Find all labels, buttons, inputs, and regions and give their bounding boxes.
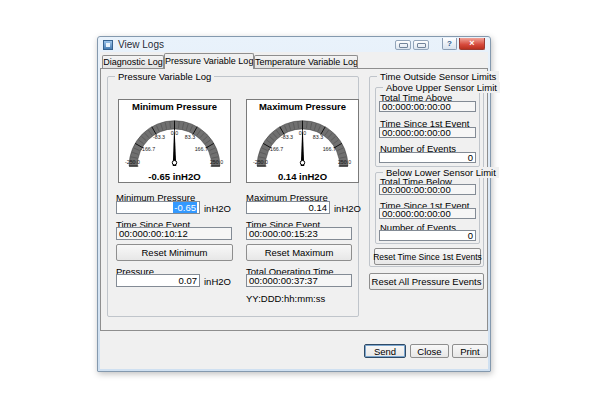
maximum-pressure-field[interactable]: 0.14 <box>246 201 330 214</box>
view-logs-window: View Logs ? × Diagnostic Log Pressure Va… <box>97 36 491 372</box>
print-button[interactable]: Print <box>452 344 488 358</box>
group-title: Time Outside Sensor Limits <box>377 71 499 82</box>
svg-text:83.3: 83.3 <box>185 134 195 140</box>
gauge-value: -0.65 inH2O <box>119 171 230 182</box>
gauge-value: 0.14 inH2O <box>247 171 358 182</box>
titlebar[interactable]: View Logs ? × <box>99 38 489 52</box>
app-icon <box>103 40 113 50</box>
pressure-variable-log-page: Pressure Variable Log Minimum Pressure -… <box>100 68 488 331</box>
above-time-since-1st-event-field[interactable]: 00:000:00:00:00 <box>379 127 476 138</box>
below-lower-sensor-limit-group: Below Lower Sensor Limit Total Time Belo… <box>375 172 480 244</box>
reset-minimum-button[interactable]: Reset Minimum <box>116 244 233 261</box>
svg-text:83.3: 83.3 <box>313 134 323 140</box>
minimum-pressure-field[interactable]: -0.65 <box>116 201 200 214</box>
pressure-variable-log-group: Pressure Variable Log Minimum Pressure -… <box>107 76 359 317</box>
total-operating-time-field[interactable]: 00:000:00:37:37 <box>246 274 352 287</box>
gauge-dial: -250.0-166.7-83.30.083.3166.7250.0 <box>247 111 358 169</box>
help-button[interactable]: ? <box>442 38 457 50</box>
gauge-dial: -250.0-166.7-83.30.083.3166.7250.0 <box>119 111 230 169</box>
tab-temperature-variable-log[interactable]: Temperature Variable Log <box>254 55 358 68</box>
close-dialog-button[interactable]: Close <box>410 344 449 358</box>
below-time-since-1st-event-field[interactable]: 00:000:00:00:00 <box>379 208 476 219</box>
time-value: 00:000:00:00:00 <box>382 184 451 195</box>
unit-label: inH2O <box>334 203 361 214</box>
maximum-pressure-gauge: Maximum Pressure -250.0-166.7-83.30.083.… <box>246 99 359 183</box>
unit-label: inH2O <box>204 276 231 287</box>
svg-text:-83.3: -83.3 <box>153 134 165 140</box>
window-glyph-icon <box>417 43 426 48</box>
svg-text:-166.7: -166.7 <box>140 146 155 152</box>
svg-text:-250.0: -250.0 <box>253 159 268 165</box>
svg-text:166.7: 166.7 <box>323 146 336 152</box>
total-time-above-field[interactable]: 00:000:00:00:00 <box>379 101 476 112</box>
total-time-below-field[interactable]: 00:000:00:00:00 <box>379 184 476 195</box>
group-title: Pressure Variable Log <box>115 71 214 82</box>
tab-diagnostic-log[interactable]: Diagnostic Log <box>102 55 164 68</box>
titlebar-tool-button-2[interactable] <box>413 40 429 50</box>
svg-text:-250.0: -250.0 <box>125 159 140 165</box>
time-value: 00:000:00:37:37 <box>249 275 318 286</box>
window-title: View Logs <box>118 39 164 50</box>
above-upper-sensor-limit-group: Above Upper Sensor Limit Total Time Abov… <box>375 87 480 167</box>
time-value: 00:000:00:00:00 <box>382 127 451 138</box>
time-outside-sensor-limits-group: Time Outside Sensor Limits Above Upper S… <box>369 76 484 267</box>
desktop: View Logs ? × Diagnostic Log Pressure Va… <box>0 0 600 400</box>
reset-maximum-button[interactable]: Reset Maximum <box>246 244 352 261</box>
time-value: 00:000:00:15:23 <box>249 228 318 239</box>
pressure-field[interactable]: 0.07 <box>116 274 200 287</box>
value: 0.14 <box>309 202 328 213</box>
count-value: 0 <box>468 152 473 163</box>
max-time-since-event-field[interactable]: 00:000:00:15:23 <box>246 227 352 240</box>
tab-pressure-variable-log[interactable]: Pressure Variable Log <box>164 53 254 69</box>
selected-value: -0.65 <box>173 202 197 213</box>
dialog-client-area: Diagnostic Log Pressure Variable Log Tem… <box>100 52 488 369</box>
close-button[interactable]: × <box>459 38 485 50</box>
min-time-since-event-field[interactable]: 00:000:00:10:12 <box>116 227 232 240</box>
reset-all-pressure-events-button[interactable]: Reset All Pressure Events <box>369 273 484 290</box>
time-value: 00:000:00:10:12 <box>119 228 188 239</box>
below-number-of-events-field[interactable]: 0 <box>379 230 476 241</box>
above-number-of-events-field[interactable]: 0 <box>379 152 476 163</box>
minimum-pressure-gauge: Minimum Pressure -250.0-166.7-83.30.083.… <box>118 99 231 183</box>
titlebar-tool-button-1[interactable] <box>395 40 411 50</box>
svg-text:-166.7: -166.7 <box>268 146 283 152</box>
count-value: 0 <box>468 230 473 241</box>
time-format-hint: YY:DDD:hh:mm:ss <box>246 293 325 304</box>
time-value: 00:000:00:00:00 <box>382 101 451 112</box>
unit-label: inH2O <box>204 203 231 214</box>
svg-text:-83.3: -83.3 <box>281 134 293 140</box>
time-value: 00:000:00:00:00 <box>382 208 451 219</box>
svg-text:166.7: 166.7 <box>195 146 208 152</box>
window-glyph-icon <box>399 43 408 48</box>
value: 0.07 <box>179 275 198 286</box>
svg-text:250.0: 250.0 <box>338 159 351 165</box>
reset-time-since-1st-events-button[interactable]: Reset Time Since 1st Events <box>374 248 481 265</box>
send-button[interactable]: Send <box>364 344 406 358</box>
svg-text:250.0: 250.0 <box>210 159 223 165</box>
